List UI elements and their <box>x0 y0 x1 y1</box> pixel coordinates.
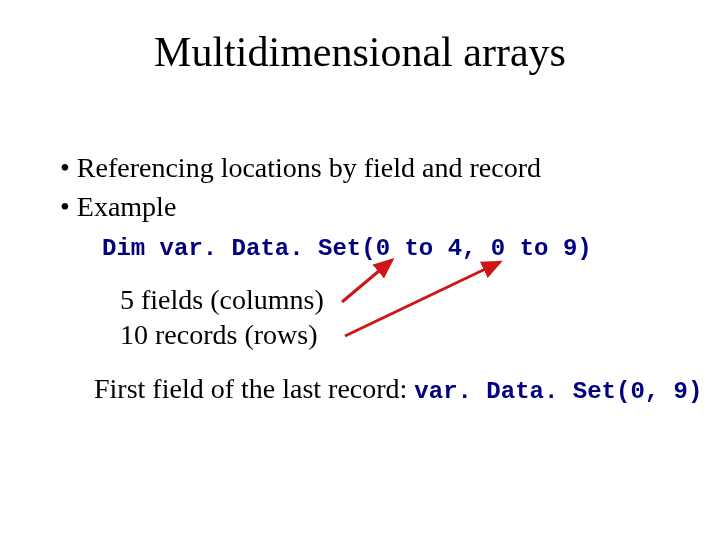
annotation-records: 10 records (rows) <box>120 317 670 352</box>
slide-body: Referencing locations by field and recor… <box>60 150 670 352</box>
slide: Multidimensional arrays Referencing loca… <box>0 0 720 540</box>
last-record-line: First field of the last record: var. Dat… <box>94 371 702 407</box>
last-record-prefix: First field of the last record: <box>94 373 414 404</box>
bullet-example: Example <box>60 189 670 224</box>
last-record-code: var. Data. Set(0, 9) <box>414 378 702 405</box>
annotation-fields: 5 fields (columns) <box>120 282 670 317</box>
slide-title: Multidimensional arrays <box>0 28 720 76</box>
code-dim-line: Dim var. Data. Set(0 to 4, 0 to 9) <box>102 234 670 264</box>
bullet-referencing: Referencing locations by field and recor… <box>60 150 670 185</box>
